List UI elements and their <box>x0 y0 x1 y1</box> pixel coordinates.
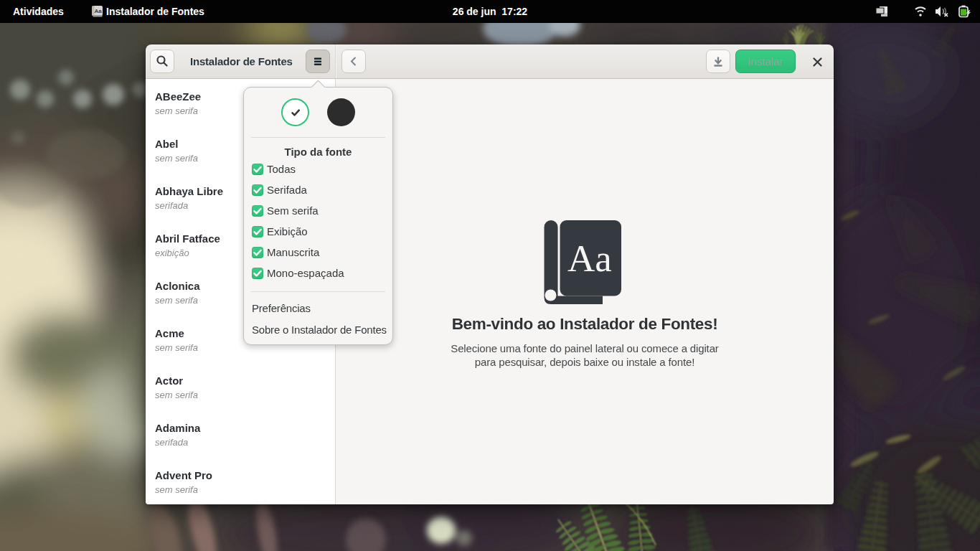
svg-text:Aa: Aa <box>567 237 612 279</box>
